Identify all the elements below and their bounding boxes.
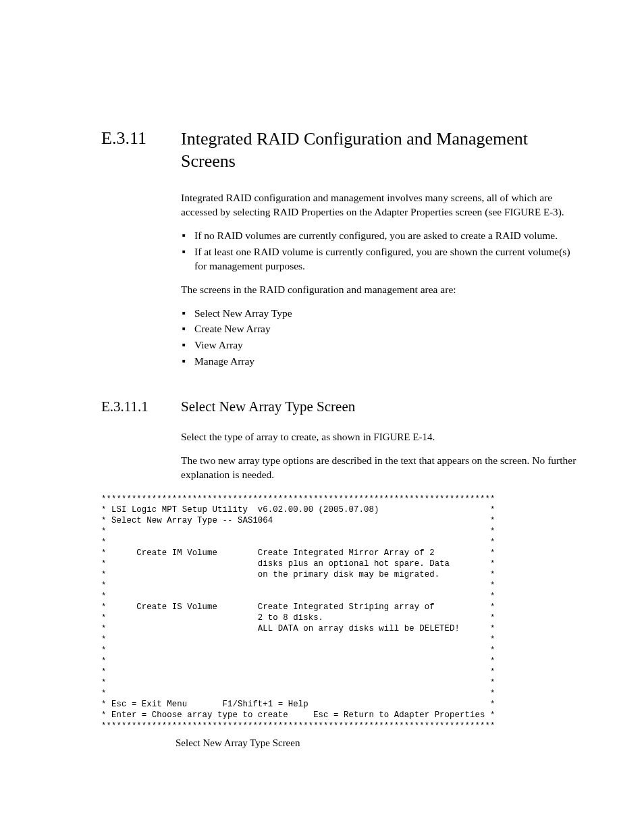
list-item: Select New Array Type [181,307,576,321]
terminal-line: * * [101,689,495,698]
list-item: Manage Array [181,355,576,369]
terminal-line: * * [101,592,495,601]
subsection-heading: E.3.11.1 Select New Array Type Screen [101,398,576,415]
list-item: If at least one RAID volume is currently… [181,245,576,273]
terminal-line: * * [101,678,495,687]
select-paragraph: Select the type of array to create, as s… [181,430,576,444]
list-item: Create New Array [181,322,576,336]
terminal-screen: ****************************************… [101,494,576,732]
terminal-line: * * [101,646,495,655]
condition-list: If no RAID volumes are currently configu… [181,229,576,273]
select-text-a: Select the type of array to create, as s… [181,431,373,442]
section-heading: E.3.11 Integrated RAID Configuration and… [101,128,576,172]
terminal-line: * * [101,656,495,666]
options-paragraph: The two new array type options are descr… [181,454,576,482]
list-item: If no RAID volumes are currently configu… [181,229,576,243]
subsection-body: Select the type of array to create, as s… [181,430,576,482]
section-body: Integrated RAID configuration and manage… [181,191,576,369]
terminal-line: * Select New Array Type -- SAS1064 * [101,516,495,525]
section-number: E.3.11 [101,128,181,172]
select-text-b: . [432,431,435,442]
terminal-line: * 2 to 8 disks. * [101,613,495,623]
document-page: E.3.11 Integrated RAID Configuration and… [0,0,644,834]
figure-caption: Select New Array Type Screen [176,737,576,749]
intro-tail: ). [558,206,564,217]
figure-ref: FIGURE E-14 [373,432,432,442]
terminal-line: * * [101,581,495,590]
terminal-line: * Esc = Exit Menu F1/Shift+1 = Help * [101,700,495,709]
terminal-line: * Enter = Choose array type to create Es… [101,710,495,720]
intro-text: Integrated RAID configuration and manage… [181,192,552,217]
terminal-line: ****************************************… [101,721,495,731]
screens-list: Select New Array Type Create New Array V… [181,307,576,369]
terminal-line: ****************************************… [101,494,495,504]
terminal-line: * disks plus an optional hot spare. Data… [101,559,495,569]
terminal-line: * Create IS Volume Create Integrated Str… [101,602,495,612]
terminal-line: * LSI Logic MPT Setup Utility v6.02.00.0… [101,505,495,515]
intro-paragraph: Integrated RAID configuration and manage… [181,191,576,219]
terminal-line: * * [101,527,495,536]
terminal-line: * ALL DATA on array disks will be DELETE… [101,624,495,633]
subsection-number: E.3.11.1 [101,398,181,415]
terminal-line: * * [101,538,495,547]
screens-intro-paragraph: The screens in the RAID configuration an… [181,283,576,297]
figure-ref: FIGURE E-3 [504,207,558,217]
terminal-line: * * [101,635,495,644]
terminal-line: * Create IM Volume Create Integrated Mir… [101,548,495,558]
subsection-title: Select New Array Type Screen [181,398,576,415]
list-item: View Array [181,338,576,353]
terminal-line: * * [101,667,495,677]
section-title: Integrated RAID Configuration and Manage… [181,128,576,172]
terminal-line: * on the primary disk may be migrated. * [101,570,495,579]
